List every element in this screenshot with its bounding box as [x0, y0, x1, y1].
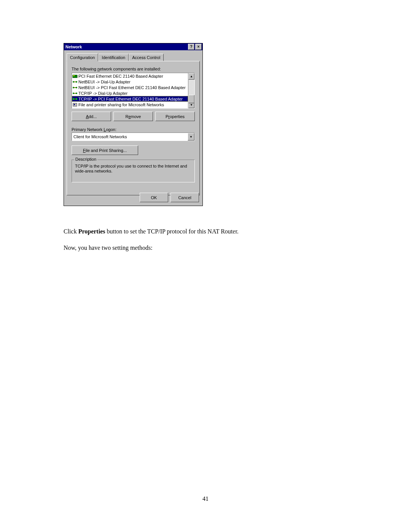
service-icon	[72, 102, 78, 107]
list-item-label: TCP/IP -> Dial-Up Adapter	[78, 91, 127, 96]
list-item-label: File and printer sharing for Microsoft N…	[78, 102, 164, 107]
tab-identification[interactable]: Identification	[98, 54, 129, 61]
list-item-label: NetBEUI -> Dial-Up Adapter	[78, 80, 131, 84]
close-button[interactable]: ×	[195, 44, 202, 50]
tab-access-control[interactable]: Access Control	[129, 54, 164, 61]
svg-point-10	[76, 93, 77, 94]
protocol-icon	[72, 91, 78, 96]
list-item-label: NetBEUI -> PCI Fast Ethernet DEC 21140 B…	[78, 85, 186, 90]
list-item-label: TCP/IP -> PCI Fast Ethernet DEC 21140 Ba…	[78, 97, 183, 101]
body-paragraph-1: Click Properties button to set the TCP/I…	[64, 228, 349, 235]
titlebar[interactable]: Network ? ×	[64, 43, 202, 50]
list-item-label: PCI Fast Ethernet DEC 21140 Based Adapte…	[78, 74, 163, 78]
help-button[interactable]: ?	[188, 44, 194, 50]
cancel-button[interactable]: Cancel	[170, 193, 199, 202]
scroll-thumb[interactable]	[188, 95, 194, 103]
svg-point-13	[76, 98, 77, 100]
window-title: Network	[65, 45, 187, 49]
adapter-icon	[72, 73, 78, 79]
description-text: TCP/IP is the protocol you use to connec…	[75, 164, 191, 174]
remove-button[interactable]: Remove	[113, 112, 153, 121]
list-item-selected[interactable]: TCP/IP -> PCI Fast Ethernet DEC 21140 Ba…	[72, 96, 188, 102]
tab-configuration[interactable]: Configuration	[67, 53, 98, 61]
tab-panel-configuration: The following network components are ins…	[67, 61, 200, 195]
network-dialog: Network ? × Configuration Identification…	[64, 43, 203, 206]
primary-logon-value: Client for Microsoft Networks	[72, 134, 188, 139]
description-title: Description	[74, 157, 97, 161]
protocol-icon	[72, 85, 78, 90]
svg-point-7	[76, 87, 77, 88]
list-item[interactable]: File and printer sharing for Microsoft N…	[72, 102, 188, 107]
list-item[interactable]: NetBEUI -> PCI Fast Ethernet DEC 21140 B…	[72, 85, 188, 90]
components-listbox[interactable]: PCI Fast Ethernet DEC 21140 Based Adapte…	[72, 73, 195, 109]
svg-rect-1	[73, 75, 75, 76]
components-label: The following network components are ins…	[72, 67, 195, 71]
svg-point-12	[73, 98, 74, 100]
scroll-up-button[interactable]: ▲	[188, 73, 194, 80]
svg-point-3	[73, 81, 74, 83]
tab-strip: Configuration Identification Access Cont…	[67, 53, 200, 61]
list-item[interactable]: PCI Fast Ethernet DEC 21140 Based Adapte…	[72, 73, 188, 79]
description-groupbox: Description TCP/IP is the protocol you u…	[72, 160, 195, 182]
body-paragraph-2: Now, you have two setting methods:	[64, 244, 349, 252]
svg-point-9	[73, 93, 74, 94]
primary-logon-label: Primary Network Logon:	[72, 127, 195, 132]
scrollbar[interactable]: ▲ ▼	[188, 73, 194, 108]
list-item[interactable]: TCP/IP -> Dial-Up Adapter	[72, 90, 188, 96]
svg-point-4	[76, 81, 77, 83]
page-number: 41	[0, 495, 411, 502]
ok-button[interactable]: OK	[140, 193, 168, 202]
scroll-track[interactable]	[188, 80, 194, 102]
svg-rect-15	[74, 104, 75, 105]
properties-button[interactable]: Properties	[155, 112, 195, 121]
file-print-sharing-button[interactable]: File and Print Sharing...	[72, 145, 138, 155]
protocol-icon	[72, 96, 78, 102]
protocol-icon	[72, 79, 78, 85]
chevron-down-icon[interactable]: ▼	[188, 133, 194, 141]
primary-logon-combo[interactable]: Client for Microsoft Networks ▼	[72, 133, 195, 141]
svg-point-6	[73, 87, 74, 88]
list-item[interactable]: NetBEUI -> Dial-Up Adapter	[72, 79, 188, 85]
add-button[interactable]: Add...	[72, 112, 111, 121]
